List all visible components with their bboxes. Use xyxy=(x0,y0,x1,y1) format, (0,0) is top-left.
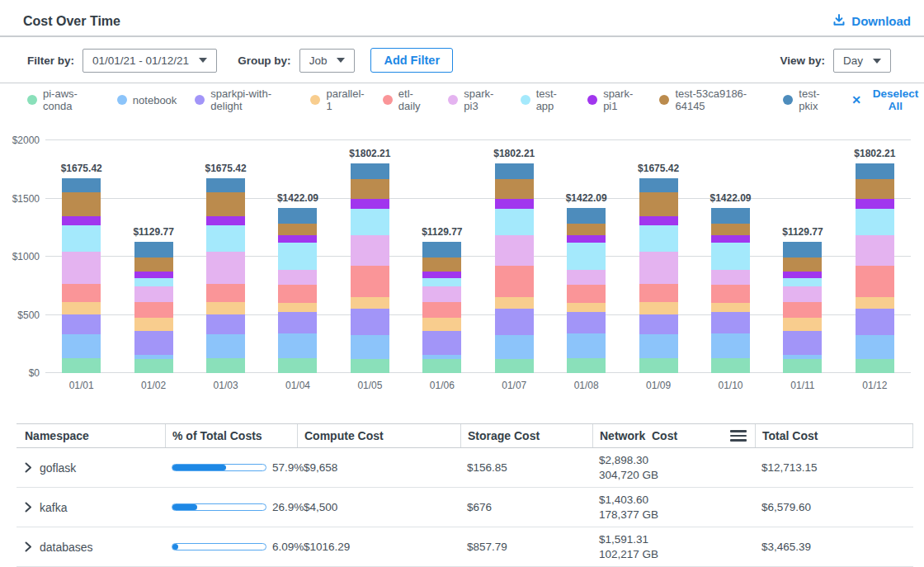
bar-segment-test-53ca9186-64145[interactable] xyxy=(711,224,750,236)
bar-segment-pi-aws-conda[interactable] xyxy=(134,359,173,373)
table-row[interactable]: goflask57.9%$9,658$156.85$2,898.30304,72… xyxy=(16,448,913,488)
bar-segment-pi-aws-conda[interactable] xyxy=(567,358,606,373)
stacked-bar[interactable] xyxy=(278,208,317,373)
bar-segment-sparkpi-with-delight[interactable] xyxy=(422,331,461,355)
bar-segment-test-app[interactable] xyxy=(495,209,534,235)
bar-segment-spark-pi3[interactable] xyxy=(134,286,173,302)
bar-segment-sparkpi-with-delight[interactable] xyxy=(351,309,389,335)
bar-segment-parallel-1[interactable] xyxy=(711,303,750,312)
bar-segment-test-53ca9186-64145[interactable] xyxy=(206,192,245,217)
bar-segment-test-app[interactable] xyxy=(134,278,173,286)
bar-segment-test-app[interactable] xyxy=(206,225,245,253)
view-by-dropdown[interactable]: Day xyxy=(833,49,891,73)
bar-segment-test-app[interactable] xyxy=(278,243,317,271)
bar-segment-test-53ca9186-64145[interactable] xyxy=(422,258,461,272)
stacked-bar[interactable] xyxy=(422,242,461,373)
bar-segment-spark-pi1[interactable] xyxy=(783,272,822,278)
bar-segment-notebook[interactable] xyxy=(639,334,678,358)
legend-item[interactable]: pi-aws-conda xyxy=(27,87,99,112)
bar-segment-etl-daily[interactable] xyxy=(351,266,389,297)
bar-segment-pi-aws-conda[interactable] xyxy=(495,359,534,373)
bar-segment-spark-pi1[interactable] xyxy=(351,199,389,209)
legend-item[interactable]: test-53ca9186-64145 xyxy=(659,87,765,112)
bar-segment-spark-pi3[interactable] xyxy=(711,270,750,285)
bar-segment-test-pkix[interactable] xyxy=(495,163,534,179)
bar-segment-sparkpi-with-delight[interactable] xyxy=(567,312,606,333)
bar-segment-sparkpi-with-delight[interactable] xyxy=(62,314,101,334)
bar-segment-pi-aws-conda[interactable] xyxy=(278,358,317,373)
bar-segment-etl-daily[interactable] xyxy=(856,266,894,297)
bar-segment-parallel-1[interactable] xyxy=(856,297,894,309)
stacked-bar[interactable] xyxy=(783,242,822,373)
bar-segment-test-pkix[interactable] xyxy=(639,178,678,192)
bar-segment-etl-daily[interactable] xyxy=(639,284,678,303)
bar-segment-sparkpi-with-delight[interactable] xyxy=(783,331,822,355)
bar-segment-spark-pi3[interactable] xyxy=(351,235,389,266)
bar-segment-etl-daily[interactable] xyxy=(495,266,534,297)
bar-segment-parallel-1[interactable] xyxy=(134,318,173,331)
bar-segment-parallel-1[interactable] xyxy=(278,303,317,312)
bar-segment-test-53ca9186-64145[interactable] xyxy=(567,224,606,236)
bar-segment-test-pkix[interactable] xyxy=(62,178,101,192)
legend-item[interactable]: parallel-1 xyxy=(310,87,364,112)
bar-segment-test-pkix[interactable] xyxy=(278,208,317,224)
bar-segment-spark-pi3[interactable] xyxy=(422,286,461,302)
bar-segment-sparkpi-with-delight[interactable] xyxy=(711,312,750,333)
bar-segment-parallel-1[interactable] xyxy=(783,318,822,331)
bar-segment-etl-daily[interactable] xyxy=(134,302,173,318)
stacked-bar[interactable] xyxy=(351,163,389,373)
bar-segment-test-53ca9186-64145[interactable] xyxy=(639,192,678,217)
bar-segment-spark-pi3[interactable] xyxy=(62,252,101,283)
bar-segment-test-pkix[interactable] xyxy=(856,163,894,179)
bar-segment-test-53ca9186-64145[interactable] xyxy=(783,258,822,272)
bar-segment-spark-pi3[interactable] xyxy=(783,286,822,302)
bar-segment-etl-daily[interactable] xyxy=(567,285,606,303)
group-by-dropdown[interactable]: Job xyxy=(299,49,356,73)
bar-segment-test-app[interactable] xyxy=(639,225,678,253)
bar-segment-spark-pi3[interactable] xyxy=(567,270,606,285)
stacked-bar[interactable] xyxy=(495,163,534,373)
bar-segment-test-53ca9186-64145[interactable] xyxy=(62,192,101,217)
bar-segment-parallel-1[interactable] xyxy=(639,302,678,314)
bar-segment-sparkpi-with-delight[interactable] xyxy=(278,312,317,333)
bar-segment-pi-aws-conda[interactable] xyxy=(351,359,389,373)
bar-segment-pi-aws-conda[interactable] xyxy=(422,359,461,373)
bar-segment-parallel-1[interactable] xyxy=(495,297,534,309)
bar-segment-notebook[interactable] xyxy=(711,333,750,358)
bar-segment-test-app[interactable] xyxy=(783,278,822,286)
stacked-bar[interactable] xyxy=(856,163,894,373)
bar-segment-spark-pi1[interactable] xyxy=(278,235,317,243)
bar-segment-test-app[interactable] xyxy=(567,243,606,271)
bar-segment-test-53ca9186-64145[interactable] xyxy=(351,179,389,199)
bar-segment-sparkpi-with-delight[interactable] xyxy=(206,314,245,334)
bar-segment-spark-pi1[interactable] xyxy=(134,272,173,278)
bar-segment-etl-daily[interactable] xyxy=(62,284,101,303)
bar-segment-test-pkix[interactable] xyxy=(567,208,606,224)
bar-segment-notebook[interactable] xyxy=(567,333,606,358)
table-row[interactable]: kafka26.9%$4,500$676$1,403.60178,377 GB$… xyxy=(16,488,913,527)
bar-segment-test-pkix[interactable] xyxy=(422,242,461,258)
bar-segment-spark-pi3[interactable] xyxy=(278,270,317,285)
bar-segment-pi-aws-conda[interactable] xyxy=(639,358,678,373)
bar-segment-test-app[interactable] xyxy=(351,209,389,235)
bar-segment-etl-daily[interactable] xyxy=(422,302,461,318)
bar-segment-pi-aws-conda[interactable] xyxy=(711,358,750,373)
bar-segment-notebook[interactable] xyxy=(856,335,894,359)
bar-segment-etl-daily[interactable] xyxy=(278,285,317,303)
bar-segment-etl-daily[interactable] xyxy=(711,285,750,303)
table-row[interactable]: databases6.09%$1016.29$857.79$1,591.3110… xyxy=(16,527,913,567)
bar-segment-test-pkix[interactable] xyxy=(711,208,750,224)
add-filter-button[interactable]: Add Filter xyxy=(370,48,453,73)
bar-segment-spark-pi1[interactable] xyxy=(856,199,894,209)
bar-segment-test-app[interactable] xyxy=(422,278,461,286)
legend-item[interactable]: etl-daily xyxy=(383,87,431,112)
column-menu-icon[interactable] xyxy=(728,428,748,443)
bar-segment-sparkpi-with-delight[interactable] xyxy=(134,331,173,355)
legend-item[interactable]: sparkpi-with-delight xyxy=(195,87,292,112)
bar-segment-parallel-1[interactable] xyxy=(567,303,606,312)
bar-segment-notebook[interactable] xyxy=(62,334,101,358)
bar-segment-notebook[interactable] xyxy=(278,333,317,358)
bar-segment-test-pkix[interactable] xyxy=(134,242,173,258)
stacked-bar[interactable] xyxy=(639,178,678,373)
legend-item[interactable]: test-pkix xyxy=(783,87,833,112)
